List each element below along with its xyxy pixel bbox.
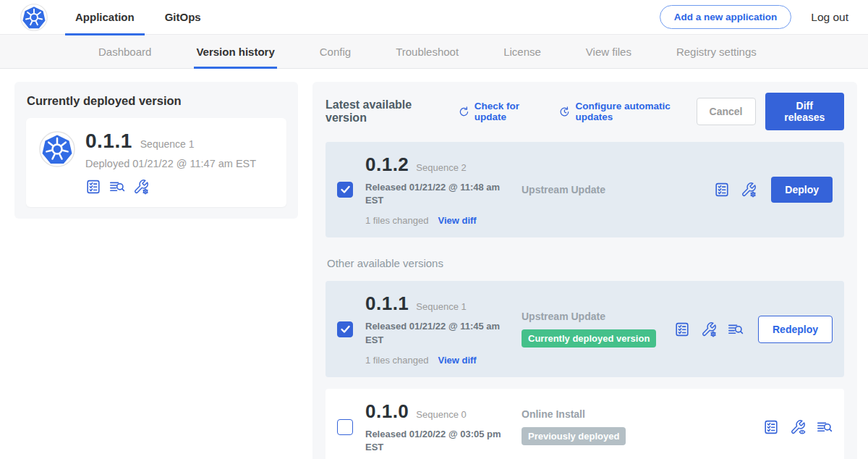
deploy-logs-icon[interactable] [817, 419, 833, 435]
version-source-label: Upstream Update [522, 311, 667, 322]
edit-config-icon[interactable] [133, 179, 149, 195]
subnav-item-view-files[interactable]: View files [563, 35, 654, 69]
version-status-badge: Previously deployed [522, 427, 626, 445]
version-action-button[interactable]: Deploy [771, 177, 833, 203]
version-action-button[interactable]: Redeploy [758, 316, 833, 343]
subnav-item-troubleshoot[interactable]: Troubleshoot [373, 35, 481, 69]
diff-releases-button[interactable]: Diff releases [765, 93, 844, 130]
edit-config-icon[interactable] [741, 182, 757, 198]
version-released-timestamp: Released 01/20/22 @ 03:05 pm EST [365, 428, 501, 454]
version-number: 0.1.1 [365, 292, 409, 315]
deployed-version-card: 0.1.1 Sequence 1 Deployed 01/21/22 @ 11:… [26, 118, 286, 207]
latest-version-title: Latest available version [326, 98, 444, 125]
version-sequence: Sequence 1 [416, 301, 466, 312]
subnav-item-registry-settings[interactable]: Registry settings [654, 35, 779, 69]
deployed-timestamp: Deployed 01/21/22 @ 11:47 am EST [85, 158, 275, 169]
top-nav: ApplicationGitOps Add a new application … [0, 0, 868, 35]
version-row: 0.1.2 Sequence 2 Released 01/21/22 @ 11:… [326, 142, 844, 237]
version-checkbox[interactable] [337, 182, 353, 198]
version-sequence: Sequence 2 [416, 162, 466, 173]
top-tab-application[interactable]: Application [75, 0, 135, 35]
view-diff-link[interactable]: View diff [438, 215, 476, 226]
view-diff-link[interactable]: View diff [438, 355, 476, 366]
version-number: 0.1.2 [365, 153, 409, 176]
version-source-label: Online Install [522, 408, 756, 420]
version-history-panel: Latest available version Check for updat… [312, 82, 857, 459]
deploy-logs-icon[interactable] [728, 321, 744, 337]
version-files-line: 1 files changed View diff [365, 355, 522, 366]
preflight-checks-icon[interactable] [674, 321, 690, 337]
currently-deployed-title: Currently deployed version [27, 94, 286, 108]
version-checkbox[interactable] [337, 419, 353, 435]
refresh-icon [458, 106, 470, 118]
version-row: 0.1.0 Sequence 0 Released 01/20/22 @ 03:… [326, 389, 844, 459]
preflight-checks-icon[interactable] [85, 179, 101, 195]
version-checkbox[interactable] [337, 321, 353, 337]
deployed-version-sequence: Sequence 1 [140, 138, 195, 150]
version-files-line: 1 files changed View diff [365, 215, 522, 226]
files-changed-label: 1 files changed [365, 355, 428, 366]
auto-update-icon [558, 106, 571, 118]
check-for-update-label: Check for update [475, 101, 545, 122]
version-number: 0.1.0 [365, 400, 409, 423]
version-sequence: Sequence 0 [416, 409, 466, 420]
preflight-checks-icon[interactable] [714, 182, 730, 198]
version-released-timestamp: Released 01/21/22 @ 11:45 am EST [365, 320, 501, 346]
version-row-actions: Redeploy [674, 316, 833, 343]
add-application-button[interactable]: Add a new application [660, 5, 792, 29]
deployed-version-number: 0.1.1 [85, 130, 132, 153]
logout-link[interactable]: Log out [811, 11, 848, 24]
version-row-actions [763, 419, 833, 435]
version-row-actions: Deploy [714, 177, 833, 203]
other-versions-heading: Other available versions [327, 257, 844, 269]
app-kubernetes-icon [39, 131, 75, 167]
latest-version-slot: 0.1.2 Sequence 2 Released 01/21/22 @ 11:… [326, 142, 844, 237]
kubernetes-logo-icon [20, 4, 48, 31]
subnav-item-version-history[interactable]: Version history [174, 35, 297, 69]
view-config-icon[interactable] [790, 419, 806, 435]
top-tab-gitops[interactable]: GitOps [165, 0, 201, 35]
app-sub-nav: DashboardVersion historyConfigTroublesho… [0, 35, 868, 69]
deployed-version-actions [85, 179, 275, 195]
files-changed-label: 1 files changed [365, 215, 428, 226]
edit-config-icon[interactable] [701, 321, 717, 337]
preflight-checks-icon[interactable] [763, 419, 779, 435]
currently-deployed-panel: Currently deployed version 0.1.1 Sequenc… [14, 82, 298, 219]
subnav-item-license[interactable]: License [481, 35, 563, 69]
subnav-item-dashboard[interactable]: Dashboard [76, 35, 174, 69]
cancel-button[interactable]: Cancel [697, 98, 756, 125]
subnav-item-config[interactable]: Config [297, 35, 373, 69]
other-versions-list: 0.1.1 Sequence 1 Released 01/21/22 @ 11:… [326, 281, 844, 459]
version-released-timestamp: Released 01/21/22 @ 11:48 am EST [365, 181, 501, 207]
check-for-update-link[interactable]: Check for update [458, 101, 545, 122]
version-source-label: Upstream Update [522, 184, 707, 195]
version-status-badge: Currently deployed version [522, 329, 656, 348]
version-row: 0.1.1 Sequence 1 Released 01/21/22 @ 11:… [326, 281, 844, 376]
configure-automatic-updates-label: Configure automatic updates [575, 101, 696, 122]
latest-version-header: Latest available version Check for updat… [326, 93, 844, 130]
top-tabs: ApplicationGitOps [75, 0, 231, 35]
configure-automatic-updates-link[interactable]: Configure automatic updates [558, 101, 696, 122]
deploy-logs-icon[interactable] [109, 179, 125, 195]
main-content: Currently deployed version 0.1.1 Sequenc… [0, 69, 868, 459]
